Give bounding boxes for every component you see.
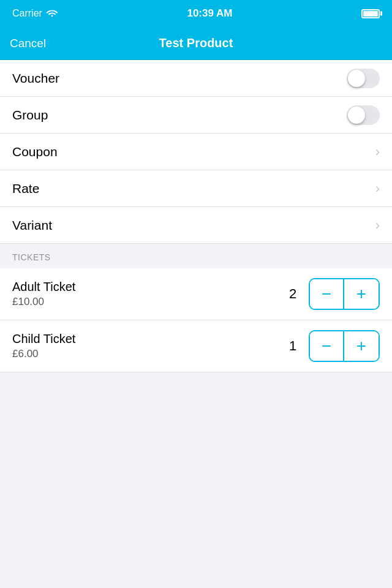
tickets-section: TICKETS Adult Ticket £10.00 2 − + Child … xyxy=(0,244,392,372)
coupon-chevron-container: › xyxy=(375,144,380,160)
coupon-label: Coupon xyxy=(12,145,58,159)
group-label: Group xyxy=(12,108,48,123)
variant-chevron-icon: › xyxy=(375,217,380,233)
carrier-wifi: Carrier xyxy=(12,7,58,20)
coupon-row[interactable]: Coupon › xyxy=(0,134,392,170)
voucher-row[interactable]: Voucher xyxy=(0,60,392,97)
voucher-toggle-thumb xyxy=(348,70,365,87)
adult-ticket-price: £10.00 xyxy=(12,296,285,308)
adult-ticket-count: 2 xyxy=(285,286,300,302)
child-ticket-count: 1 xyxy=(285,338,300,354)
rate-label: Rate xyxy=(12,181,39,196)
group-toggle[interactable] xyxy=(347,105,380,125)
rate-chevron-icon: › xyxy=(375,181,380,197)
voucher-toggle[interactable] xyxy=(347,69,380,88)
child-ticket-price: £6.00 xyxy=(12,348,285,360)
adult-decrement-button[interactable]: − xyxy=(310,279,344,309)
battery-indicator xyxy=(361,9,380,18)
adult-ticket-name: Adult Ticket xyxy=(12,280,285,294)
child-decrement-button[interactable]: − xyxy=(310,331,344,361)
adult-ticket-info: Adult Ticket £10.00 xyxy=(12,280,285,308)
nav-title: Test Product xyxy=(159,36,233,50)
adult-ticket-row: Adult Ticket £10.00 2 − + xyxy=(0,268,392,320)
adult-ticket-buttons: − + xyxy=(309,278,380,310)
child-ticket-controls: 1 − + xyxy=(285,330,380,362)
status-bar: Carrier 10:39 AM xyxy=(0,0,392,27)
rate-chevron-container: › xyxy=(375,181,380,197)
wifi-icon xyxy=(46,7,58,20)
tickets-header: TICKETS xyxy=(0,244,392,268)
adult-increment-button[interactable]: + xyxy=(344,279,379,309)
bottom-space xyxy=(0,372,392,434)
child-ticket-buttons: − + xyxy=(309,330,380,362)
settings-group: Voucher Group Coupon › Rate › Variant xyxy=(0,60,392,244)
status-time: 10:39 AM xyxy=(187,7,232,20)
cancel-button[interactable]: Cancel xyxy=(10,32,46,55)
coupon-chevron-icon: › xyxy=(375,144,380,160)
group-toggle-thumb xyxy=(348,107,365,124)
group-toggle-container xyxy=(347,105,380,125)
variant-label: Variant xyxy=(12,218,52,233)
voucher-label: Voucher xyxy=(12,71,59,86)
child-increment-button[interactable]: + xyxy=(344,331,379,361)
nav-bar: Cancel Test Product xyxy=(0,27,392,60)
group-row[interactable]: Group xyxy=(0,97,392,134)
child-ticket-row: Child Ticket £6.00 1 − + xyxy=(0,320,392,372)
variant-chevron-container: › xyxy=(375,217,380,233)
child-ticket-info: Child Ticket £6.00 xyxy=(12,332,285,360)
adult-ticket-controls: 2 − + xyxy=(285,278,380,310)
voucher-toggle-container xyxy=(347,69,380,88)
variant-row[interactable]: Variant › xyxy=(0,207,392,244)
carrier-label: Carrier xyxy=(12,8,42,19)
rate-row[interactable]: Rate › xyxy=(0,170,392,207)
child-ticket-name: Child Ticket xyxy=(12,332,285,346)
